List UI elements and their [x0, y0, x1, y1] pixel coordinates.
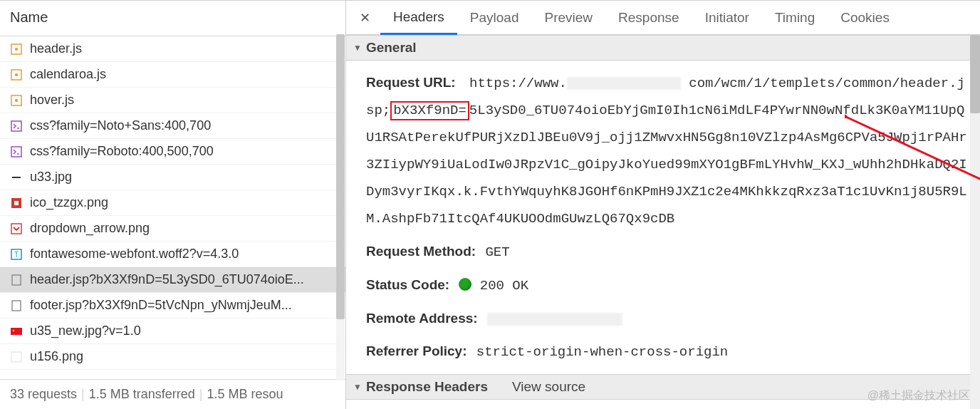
url-querytail: 5L3ySD0_6TU074oioEbYjGmI0Ih1cN6iMdLF4PYw…: [366, 103, 967, 227]
request-details-panel: ✕ HeadersPayloadPreviewResponseInitiator…: [346, 0, 980, 409]
tab-response[interactable]: Response: [605, 1, 692, 35]
request-url-label: Request URL:: [366, 75, 456, 90]
svg-point-17: [13, 329, 14, 331]
file-name: ico_tzzgx.png: [30, 195, 108, 210]
file-row[interactable]: dropdown_arrow.png: [0, 216, 345, 242]
file-name: fontawesome-webfont.woff2?v=4.3.0: [30, 247, 239, 262]
request-method-value: GET: [485, 244, 509, 260]
file-name: calendaroa.js: [30, 67, 106, 82]
svg-rect-18: [11, 352, 21, 362]
file-row[interactable]: css?family=Roboto:400,500,700: [0, 139, 345, 165]
file-name: u156.png: [30, 349, 83, 364]
referrer-policy-value: strict-origin-when-cross-origin: [476, 344, 728, 360]
url-scheme: https://www.: [469, 76, 567, 91]
general-title: General: [366, 40, 417, 56]
file-name: footer.jsp?bX3Xf9nD=5tVcNpn_yNwmjJeuM...: [30, 298, 292, 313]
img-red-icon: [10, 197, 23, 209]
svg-text:T: T: [14, 251, 19, 259]
file-row[interactable]: ico_tzzgx.png: [0, 190, 345, 216]
response-headers-title: Response Headers: [366, 379, 488, 395]
transferred-size: 1.5 MB transferred: [89, 387, 195, 402]
file-name: u33.jpg: [30, 170, 72, 185]
disclosure-triangle-icon: ▼: [353, 382, 362, 392]
file-name: header.js: [30, 41, 82, 56]
file-row[interactable]: Tfontawesome-webfont.woff2?v=4.3.0: [0, 242, 345, 267]
right-scrollbar[interactable]: [970, 35, 980, 409]
js-icon: [10, 43, 23, 56]
doc-icon: [10, 299, 23, 312]
svg-point-3: [15, 73, 18, 76]
requests-count: 33 requests: [10, 387, 77, 402]
request-method-row: Request Method: GET: [366, 238, 967, 266]
tab-payload[interactable]: Payload: [457, 1, 532, 35]
file-row[interactable]: u156.png: [0, 344, 345, 370]
status-dot-icon: [459, 278, 471, 291]
watermark: @稀土掘金技术社区: [867, 388, 970, 403]
tab-preview[interactable]: Preview: [532, 1, 606, 35]
file-name: header.jsp?bX3Xf9nD=5L3ySD0_6TU074oioE..…: [30, 272, 304, 287]
svg-point-5: [15, 98, 18, 101]
tab-cookies[interactable]: Cookies: [828, 1, 902, 35]
status-code-row: Status Code: 200 OK: [366, 271, 967, 299]
file-row[interactable]: u33.jpg: [0, 165, 345, 190]
img-cn-icon: [10, 325, 23, 338]
file-row[interactable]: header.js: [0, 36, 345, 62]
svg-point-1: [15, 47, 18, 50]
redacted-host: [567, 77, 681, 90]
status-code-label: Status Code:: [366, 277, 449, 292]
img-chevron-icon: [10, 222, 23, 235]
general-header[interactable]: ▼ General: [346, 35, 980, 61]
highlighted-param: bX3Xf9nD=: [390, 101, 469, 120]
status-code-value: 200 OK: [480, 278, 528, 294]
css-icon: [10, 145, 23, 158]
file-row[interactable]: footer.jsp?bX3Xf9nD=5tVcNpn_yNwmjJeuM...: [0, 293, 345, 319]
details-tabs: ✕ HeadersPayloadPreviewResponseInitiator…: [346, 1, 980, 35]
close-icon[interactable]: ✕: [355, 8, 375, 28]
file-row[interactable]: header.jsp?bX3Xf9nD=5L3ySD0_6TU074oioE..…: [0, 267, 345, 293]
disclosure-triangle-icon: ▼: [353, 43, 362, 53]
tab-timing[interactable]: Timing: [762, 1, 828, 35]
file-row[interactable]: css?family=Noto+Sans:400,700: [0, 113, 345, 139]
svg-rect-16: [11, 328, 22, 335]
general-section: ▼ General Request URL: https://www. com/…: [346, 35, 980, 374]
js-icon: [10, 94, 23, 107]
svg-rect-10: [14, 201, 19, 205]
network-summary: 33 requests | 1.5 MB transferred | 1.5 M…: [0, 379, 345, 409]
remote-address-label: Remote Address:: [366, 311, 478, 326]
img-dash-icon: [10, 171, 23, 184]
left-scrollbar[interactable]: [336, 34, 345, 380]
doc-icon: [10, 274, 23, 286]
svg-rect-14: [12, 275, 21, 285]
css-icon: [10, 120, 23, 133]
file-row[interactable]: hover.js: [0, 88, 345, 113]
file-name: css?family=Noto+Sans:400,700: [30, 118, 211, 133]
file-name: u35_new.jpg?v=1.0: [30, 323, 141, 338]
file-row[interactable]: calendaroa.js: [0, 62, 345, 88]
font-icon: T: [10, 248, 23, 261]
remote-address-row: Remote Address:: [366, 305, 967, 332]
request-url-row: Request URL: https://www. com/wcm/1/temp…: [366, 69, 967, 232]
network-request-list: Name header.jscalendaroa.jshover.jscss?f…: [0, 0, 346, 409]
file-name: css?family=Roboto:400,500,700: [30, 144, 214, 159]
name-column-header[interactable]: Name: [0, 1, 345, 36]
svg-rect-11: [11, 224, 21, 234]
redacted-address: [487, 313, 622, 326]
file-name: dropdown_arrow.png: [30, 221, 150, 236]
js-icon: [10, 68, 23, 81]
view-source-link[interactable]: View source: [512, 379, 585, 395]
img-blank-icon: [10, 351, 23, 363]
svg-rect-15: [12, 301, 21, 311]
file-list: header.jscalendaroa.jshover.jscss?family…: [0, 36, 345, 379]
tab-headers[interactable]: Headers: [380, 1, 457, 35]
file-name: hover.js: [30, 93, 74, 108]
referrer-policy-row: Referrer Policy: strict-origin-when-cros…: [366, 338, 967, 366]
referrer-policy-label: Referrer Policy:: [366, 343, 467, 358]
file-row[interactable]: u35_new.jpg?v=1.0: [0, 319, 345, 344]
resources-size: 1.5 MB resou: [207, 387, 283, 402]
tab-initiator[interactable]: Initiator: [692, 1, 762, 35]
request-method-label: Request Method:: [366, 244, 476, 259]
